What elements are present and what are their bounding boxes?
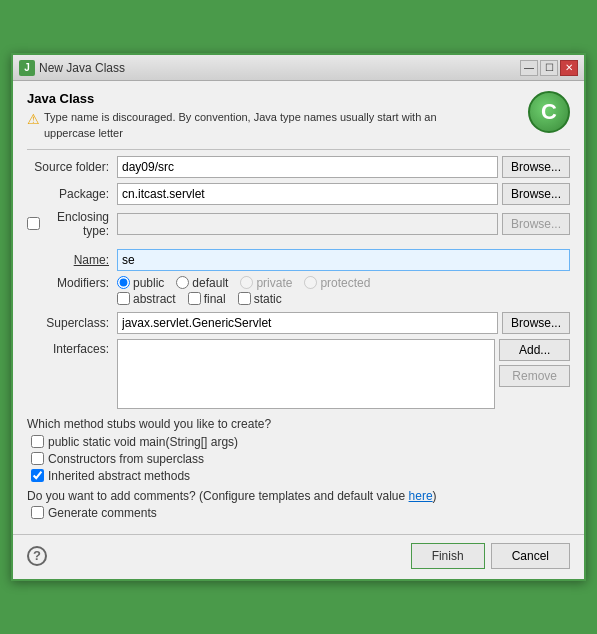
package-label: Package: [27,187,117,201]
modifier-static-checkbox[interactable] [238,292,251,305]
comments-title-suffix: ) [433,489,437,503]
comments-title: Do you want to add comments? (Configure … [27,489,570,503]
modifier-final-label: final [204,292,226,306]
warning-text: Type name is discouraged. By convention,… [44,110,447,141]
superclass-row: Superclass: Browse... [27,312,570,334]
title-bar: J New Java Class — ☐ ✕ [13,55,584,81]
stub-main-checkbox[interactable] [31,435,44,448]
footer-buttons: Finish Cancel [411,543,570,569]
name-row: Name: [27,249,570,271]
title-bar-left: J New Java Class [19,60,125,76]
restore-button[interactable]: ☐ [540,60,558,76]
minimize-button[interactable]: — [520,60,538,76]
stubs-items: public static void main(String[] args) C… [27,435,570,483]
superclass-input[interactable] [117,312,498,334]
modifier-abstract-label: abstract [133,292,176,306]
name-label: Name: [27,253,117,267]
dialog-content: Java Class ⚠ Type name is discouraged. B… [13,81,584,528]
dialog-window: J New Java Class — ☐ ✕ Java Class ⚠ Type… [11,53,586,581]
modifier-final[interactable]: final [188,292,226,306]
modifier-private-label: private [256,276,292,290]
close-button[interactable]: ✕ [560,60,578,76]
interfaces-row: Interfaces: Add... Remove [27,339,570,409]
package-input[interactable] [117,183,498,205]
section-title: Java Class [27,91,447,106]
name-input[interactable] [117,249,570,271]
stub-main-method[interactable]: public static void main(String[] args) [31,435,570,449]
warning-icon: ⚠ [27,111,40,127]
package-browse-button[interactable]: Browse... [502,183,570,205]
modifiers-checks: abstract final static [27,292,570,306]
enclosing-type-browse-button[interactable]: Browse... [502,213,570,235]
stub-inherited-checkbox[interactable] [31,469,44,482]
modifier-protected[interactable]: protected [304,276,370,290]
source-folder-row: Source folder: Browse... [27,156,570,178]
modifiers-label: Modifiers: [27,276,117,290]
comments-check-row: Generate comments [27,506,570,520]
enclosing-type-checkbox[interactable] [27,217,40,230]
java-logo: C [528,91,570,133]
modifier-default-radio[interactable] [176,276,189,289]
stub-constructors-label: Constructors from superclass [48,452,204,466]
modifier-public-radio[interactable] [117,276,130,289]
modifier-abstract-checkbox[interactable] [117,292,130,305]
interfaces-textarea[interactable] [117,339,495,409]
modifier-protected-radio[interactable] [304,276,317,289]
source-folder-browse-button[interactable]: Browse... [502,156,570,178]
modifier-protected-label: protected [320,276,370,290]
remove-interface-button[interactable]: Remove [499,365,570,387]
source-folder-label: Source folder: [27,160,117,174]
package-row: Package: Browse... [27,183,570,205]
cancel-button[interactable]: Cancel [491,543,570,569]
stubs-title: Which method stubs would you like to cre… [27,417,570,431]
modifier-default[interactable]: default [176,276,228,290]
comments-section: Do you want to add comments? (Configure … [27,489,570,520]
stub-main-label: public static void main(String[] args) [48,435,238,449]
interfaces-buttons: Add... Remove [499,339,570,387]
header-row: Java Class ⚠ Type name is discouraged. B… [27,91,570,141]
modifier-static[interactable]: static [238,292,282,306]
modifier-default-label: default [192,276,228,290]
warning-box: ⚠ Type name is discouraged. By conventio… [27,110,447,141]
superclass-label: Superclass: [27,316,117,330]
generate-comments-label: Generate comments [48,506,157,520]
modifier-static-label: static [254,292,282,306]
modifier-public[interactable]: public [117,276,164,290]
source-folder-input[interactable] [117,156,498,178]
superclass-browse-button[interactable]: Browse... [502,312,570,334]
comments-title-prefix: Do you want to add comments? (Configure … [27,489,409,503]
separator [27,149,570,150]
stub-constructors[interactable]: Constructors from superclass [31,452,570,466]
header-left: Java Class ⚠ Type name is discouraged. B… [27,91,447,141]
interfaces-label: Interfaces: [27,339,117,356]
modifier-private[interactable]: private [240,276,292,290]
enclosing-type-input[interactable] [117,213,498,235]
modifier-abstract[interactable]: abstract [117,292,176,306]
enclosing-type-row: Enclosing type: Browse... [27,210,570,238]
finish-button[interactable]: Finish [411,543,485,569]
stub-inherited-label: Inherited abstract methods [48,469,190,483]
add-interface-button[interactable]: Add... [499,339,570,361]
generate-comments-checkbox[interactable] [31,506,44,519]
window-title: New Java Class [39,61,125,75]
help-button[interactable]: ? [27,546,47,566]
modifiers-radio-group: public default private protected [117,276,370,290]
modifiers-row: Modifiers: public default private protec… [27,276,570,290]
title-bar-buttons: — ☐ ✕ [520,60,578,76]
enclosing-type-label: Enclosing type: [43,210,109,238]
modifier-public-label: public [133,276,164,290]
modifier-private-radio[interactable] [240,276,253,289]
modifier-final-checkbox[interactable] [188,292,201,305]
dialog-footer: ? Finish Cancel [13,534,584,579]
stubs-section: Which method stubs would you like to cre… [27,417,570,483]
window-icon: J [19,60,35,76]
comments-here-link[interactable]: here [409,489,433,503]
stub-constructors-checkbox[interactable] [31,452,44,465]
stub-inherited[interactable]: Inherited abstract methods [31,469,570,483]
